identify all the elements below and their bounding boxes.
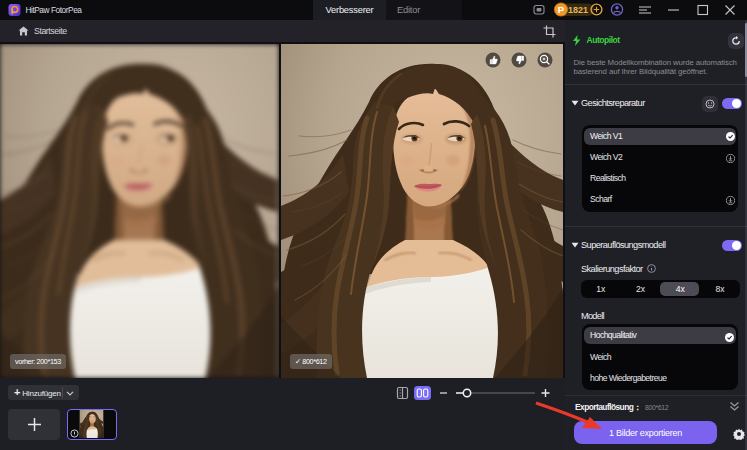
svg-text:1821: 1821 bbox=[568, 5, 588, 15]
svg-text:P: P bbox=[558, 4, 565, 15]
